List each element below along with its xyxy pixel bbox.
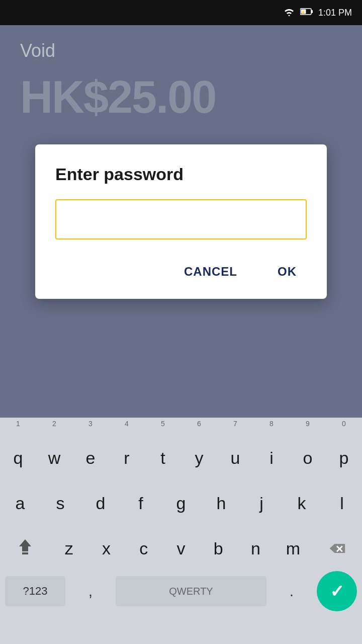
key-w[interactable]: w: [36, 435, 72, 480]
dialog-buttons: CANCEL OK: [55, 255, 307, 284]
hint-0: 0: [326, 420, 362, 435]
key-y[interactable]: y: [181, 435, 217, 480]
key-l[interactable]: l: [322, 480, 362, 526]
svg-rect-2: [311, 10, 313, 13]
hint-7: 7: [217, 420, 253, 435]
key-j[interactable]: j: [241, 480, 282, 526]
num-switch-button[interactable]: ?123: [5, 576, 65, 606]
hint-3: 3: [72, 420, 109, 435]
hint-5: 5: [145, 420, 181, 435]
key-t[interactable]: t: [145, 435, 181, 480]
period-key[interactable]: .: [272, 583, 312, 600]
key-h[interactable]: h: [201, 480, 241, 526]
key-i[interactable]: i: [253, 435, 290, 480]
backspace-button[interactable]: [312, 526, 362, 571]
cancel-button[interactable]: CANCEL: [174, 260, 247, 284]
keyboard: 1 2 3 4 5 6 7 8 9 0 q w e r t y u i o p …: [0, 418, 362, 644]
password-dialog: Enter password CANCEL OK: [35, 144, 327, 299]
wifi-icon: [283, 7, 295, 19]
key-x[interactable]: x: [87, 526, 125, 571]
hint-6: 6: [181, 420, 217, 435]
svg-marker-5: [19, 539, 31, 551]
key-m[interactable]: m: [275, 526, 312, 571]
backspace-icon: [328, 541, 346, 556]
key-c[interactable]: c: [125, 526, 162, 571]
comma-key[interactable]: ,: [70, 583, 111, 600]
checkmark-icon: ✓: [330, 581, 344, 601]
key-e[interactable]: e: [72, 435, 109, 480]
enter-button[interactable]: ✓: [317, 571, 357, 611]
key-p[interactable]: p: [326, 435, 362, 480]
key-r[interactable]: r: [109, 435, 145, 480]
key-b[interactable]: b: [200, 526, 237, 571]
key-a[interactable]: a: [0, 480, 40, 526]
space-label: QWERTY: [169, 586, 213, 597]
keyboard-row-1: q w e r t y u i o p: [0, 435, 362, 480]
key-u[interactable]: u: [217, 435, 253, 480]
svg-rect-6: [22, 552, 28, 554]
keyboard-bottom-row: ?123 , QWERTY . ✓: [0, 571, 362, 611]
ok-button[interactable]: OK: [267, 260, 307, 284]
key-k[interactable]: k: [282, 480, 322, 526]
password-input[interactable]: [55, 199, 307, 239]
shift-button[interactable]: [0, 526, 50, 571]
svg-point-0: [288, 15, 290, 16]
key-v[interactable]: v: [162, 526, 200, 571]
hint-2: 2: [36, 420, 72, 435]
hint-8: 8: [253, 420, 290, 435]
status-bar: ⚡ 1:01 PM: [0, 0, 362, 25]
hint-4: 4: [109, 420, 145, 435]
keyboard-row-3: z x c v b n m: [0, 526, 362, 571]
num-switch-label: ?123: [23, 585, 48, 598]
space-key[interactable]: QWERTY: [116, 576, 266, 606]
key-d[interactable]: d: [80, 480, 121, 526]
key-g[interactable]: g: [161, 480, 201, 526]
dialog-overlay: Enter password CANCEL OK: [0, 25, 362, 418]
hint-9: 9: [290, 420, 326, 435]
battery-icon: ⚡: [300, 8, 313, 18]
hint-1: 1: [0, 420, 36, 435]
svg-text:⚡: ⚡: [301, 10, 306, 15]
key-n[interactable]: n: [237, 526, 274, 571]
status-icons: ⚡ 1:01 PM: [283, 7, 352, 19]
key-s[interactable]: s: [40, 480, 80, 526]
number-hints-row: 1 2 3 4 5 6 7 8 9 0: [0, 418, 362, 435]
key-z[interactable]: z: [50, 526, 87, 571]
key-o[interactable]: o: [290, 435, 326, 480]
keyboard-row-2: a s d f g h j k l: [0, 480, 362, 526]
time-display: 1:01 PM: [318, 8, 352, 18]
key-q[interactable]: q: [0, 435, 36, 480]
key-f[interactable]: f: [121, 480, 161, 526]
dialog-title: Enter password: [55, 165, 307, 184]
shift-icon: [16, 537, 34, 559]
